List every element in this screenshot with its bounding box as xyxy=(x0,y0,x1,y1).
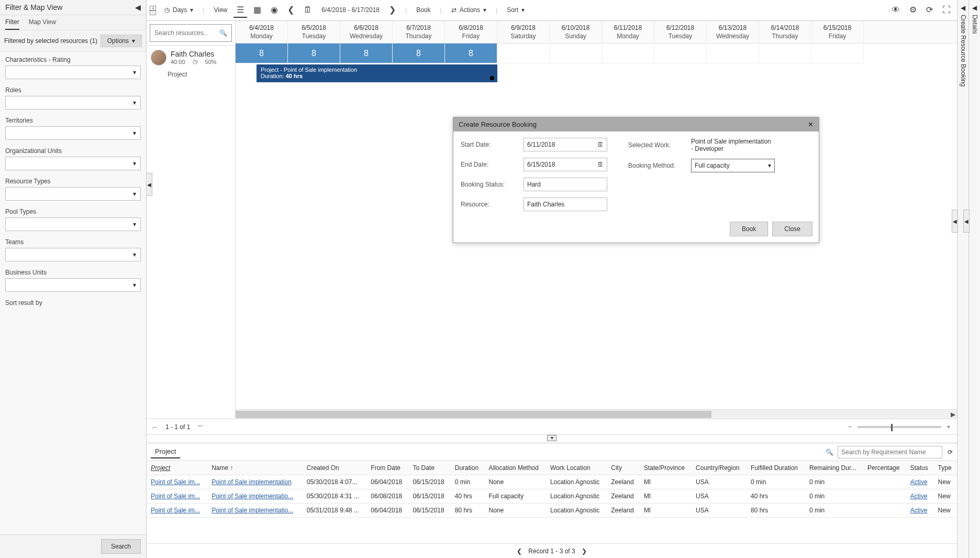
expand-details-handle[interactable]: ◀ xyxy=(963,210,970,233)
booking-method-select[interactable]: Full capacity▾ xyxy=(691,159,775,172)
actions-button[interactable]: ⇄Actions▾ xyxy=(448,4,489,17)
cell-name[interactable]: Point of Sale implementatio... xyxy=(207,489,303,504)
dd-territories[interactable]: ▾ xyxy=(5,126,141,140)
cell-name[interactable]: Point of Sale implementatio... xyxy=(207,504,303,518)
page-up-icon[interactable]: ︿ xyxy=(152,422,158,431)
cell-status[interactable]: Active xyxy=(906,504,934,518)
tab-filter[interactable]: Filter xyxy=(5,18,19,30)
search-icon[interactable]: 🔍 xyxy=(826,448,833,456)
dd-characteristics[interactable]: ▾ xyxy=(5,65,141,79)
refresh-icon[interactable]: ⟳ xyxy=(923,3,936,18)
refresh-icon[interactable]: ⟳ xyxy=(948,448,953,456)
create-booking-panel[interactable]: Create Resource Booking xyxy=(960,15,967,86)
col-header[interactable]: State/Province xyxy=(640,461,692,475)
zoom-thumb[interactable] xyxy=(891,424,893,431)
search-icon[interactable]: 🔍 xyxy=(219,29,227,37)
cell-status[interactable]: Active xyxy=(906,489,934,504)
collapse-left-icon[interactable]: ◀ xyxy=(135,3,141,12)
details-panel[interactable]: Details xyxy=(971,15,978,34)
requirement-search-input[interactable] xyxy=(838,446,942,458)
zoom-control[interactable]: － ＋ xyxy=(847,422,952,431)
gear-icon[interactable]: ⚙ xyxy=(906,3,920,18)
table-row[interactable]: Point of Sale im...Point of Sale impleme… xyxy=(147,475,957,489)
booking-status-input[interactable]: Hard xyxy=(524,178,607,191)
scroll-right-icon[interactable]: ▶ xyxy=(949,410,957,419)
expand-create-handle[interactable]: ◀ xyxy=(952,210,958,233)
tab-mapview[interactable]: Map View xyxy=(29,18,56,30)
fullscreen-icon[interactable]: ⛶ xyxy=(939,3,954,18)
col-header[interactable]: Created On xyxy=(303,461,367,475)
capacity-cell[interactable]: 8 xyxy=(288,43,340,63)
col-header[interactable]: Remaining Dur... xyxy=(805,461,863,475)
expand-left-handle[interactable]: ◀ xyxy=(147,173,152,196)
col-header[interactable]: Type xyxy=(934,461,957,475)
time-scale-button[interactable]: ◷Days▾ xyxy=(161,4,196,17)
dd-roles[interactable]: ▾ xyxy=(5,96,141,110)
col-header[interactable]: Work Location xyxy=(546,461,607,475)
dialog-close-button[interactable]: Close xyxy=(772,222,812,236)
zoom-in-icon[interactable]: ＋ xyxy=(945,422,952,431)
cell-proj[interactable]: Point of Sale im... xyxy=(147,475,207,489)
resource-row[interactable]: Faith Charles 40:00 ◷ 50% xyxy=(147,46,235,70)
cell-proj[interactable]: Point of Sale im... xyxy=(147,504,207,518)
close-icon[interactable]: ✕ xyxy=(808,121,814,128)
capacity-cell[interactable] xyxy=(550,43,602,63)
col-header[interactable]: Name ↑ xyxy=(207,461,303,475)
options-button[interactable]: Options▾ xyxy=(101,35,142,47)
col-header[interactable]: To Date xyxy=(409,461,451,475)
task-bar[interactable]: Project - Point of Sale implementation D… xyxy=(257,64,497,82)
end-date-input[interactable]: 6/15/2018🗓 xyxy=(524,158,607,171)
calendar-icon[interactable]: 🗓 xyxy=(597,141,604,148)
calendar-icon[interactable]: 🗓 xyxy=(300,3,315,18)
dd-teams[interactable]: ▾ xyxy=(5,248,141,261)
capacity-cell[interactable] xyxy=(497,43,550,63)
capacity-cell[interactable] xyxy=(602,43,654,63)
search-button[interactable]: Search xyxy=(101,539,141,554)
col-header[interactable]: Country/Region xyxy=(692,461,747,475)
col-header[interactable]: City xyxy=(607,461,640,475)
cell-status[interactable]: Active xyxy=(906,475,934,489)
globe-view-icon[interactable]: ◉ xyxy=(268,3,281,18)
table-row[interactable]: Point of Sale im...Point of Sale impleme… xyxy=(147,489,957,504)
col-header[interactable]: Status xyxy=(906,461,934,475)
capacity-cell[interactable] xyxy=(707,43,759,63)
calendar-icon[interactable]: 🗓 xyxy=(597,161,604,168)
next-range-icon[interactable]: ❯ xyxy=(386,3,399,18)
table-row[interactable]: Point of Sale im...Point of Sale impleme… xyxy=(147,504,957,518)
col-header[interactable]: Fulfilled Duration xyxy=(747,461,805,475)
resource-search-input[interactable] xyxy=(154,29,207,37)
col-header[interactable]: Allocation Method xyxy=(485,461,547,475)
prev-range-icon[interactable]: ❮ xyxy=(284,3,297,18)
splitter-handle[interactable]: ▾ xyxy=(547,435,556,441)
collapse-details-icon[interactable]: ◀ xyxy=(972,4,977,12)
tab-project[interactable]: Project xyxy=(151,445,180,458)
start-date-input[interactable]: 6/11/2018🗓 xyxy=(524,138,607,151)
date-range[interactable]: 6/4/2018 - 6/17/2018 xyxy=(318,4,383,17)
page-down-icon[interactable]: ﹀ xyxy=(197,422,204,431)
resource-search[interactable]: 🔍 xyxy=(150,24,232,42)
horizontal-scrollbar[interactable]: ◀ ▶ xyxy=(236,409,957,419)
zoom-out-icon[interactable]: － xyxy=(847,422,853,431)
capacity-cell[interactable]: 8 xyxy=(393,43,445,63)
col-header[interactable]: From Date xyxy=(366,461,408,475)
col-header[interactable]: Percentage xyxy=(863,461,906,475)
pager-next-icon[interactable]: ❯ xyxy=(582,548,587,555)
dd-restypes[interactable]: ▾ xyxy=(5,187,141,201)
capacity-cell[interactable] xyxy=(811,43,864,63)
collapse-create-icon[interactable]: ◀ xyxy=(961,4,965,12)
dd-business-units[interactable]: ▾ xyxy=(5,278,141,292)
dd-pooltypes[interactable]: ▾ xyxy=(5,217,141,231)
resource-input[interactable]: Faith Charles xyxy=(524,198,607,211)
list-view-icon[interactable]: ☰ xyxy=(233,3,247,18)
cell-proj[interactable]: Point of Sale im... xyxy=(147,489,207,504)
dd-orgunits[interactable]: ▾ xyxy=(5,157,141,170)
capacity-cell[interactable] xyxy=(654,43,707,63)
col-header[interactable]: Project xyxy=(147,461,207,475)
sort-button[interactable]: Sort▾ xyxy=(504,4,528,17)
book-button[interactable]: Book xyxy=(413,4,433,17)
eye-icon[interactable]: 👁 xyxy=(888,3,903,18)
pager-prev-icon[interactable]: ❮ xyxy=(517,548,522,555)
grid-view-icon[interactable]: ▦ xyxy=(250,3,264,18)
col-header[interactable]: Duration xyxy=(451,461,485,475)
capacity-cell[interactable]: 8 xyxy=(445,43,497,63)
